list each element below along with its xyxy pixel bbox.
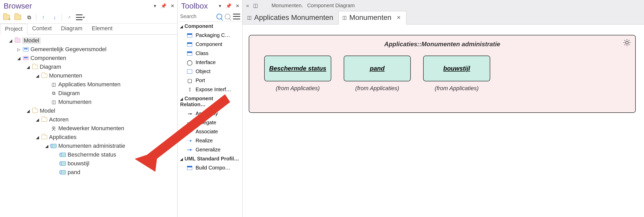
toolbox-search: Search — [178, 11, 242, 22]
tree-item-diagram1[interactable]: ◢Diagram — [2, 63, 177, 71]
toolbox-item-object[interactable]: Object — [178, 67, 242, 76]
toolbox-item-packaging[interactable]: Packaging C… — [178, 31, 242, 40]
tree-item-gegevensmodel[interactable]: ▷Gemeentelijk Gegevensmodel — [2, 45, 177, 54]
search-icon[interactable] — [216, 14, 222, 19]
tree-item-applicaties[interactable]: ◢Applicaties — [2, 133, 177, 142]
browser-panel: Browser ▾ 📌 ✕ ⧉ ↑ ↓ ↗ ▾ Project Context … — [0, 0, 178, 217]
tree-label: Beschermde status — [68, 151, 116, 158]
move-down-button[interactable]: ↓ — [50, 13, 59, 22]
toolbox-group-uml-profile[interactable]: ◢UML Standard Profil… — [178, 154, 242, 163]
toolbox-group-relations[interactable]: ◢Component Relation… — [178, 94, 242, 109]
dropdown-icon[interactable]: ▾ — [218, 4, 222, 8]
tree-label: Model — [22, 37, 41, 44]
browser-panel-title: Browser — [4, 2, 152, 10]
tree-item-diagram-sub[interactable]: ⧉Diagram — [2, 89, 177, 98]
tab-context[interactable]: Context — [27, 24, 56, 34]
tab-project[interactable]: Project — [0, 24, 27, 35]
diagram-tab-applicaties-monumenten[interactable]: ◫ Applicaties Monumenten — [244, 11, 339, 24]
toolbox-item-build-component[interactable]: Build Compo… — [178, 163, 242, 172]
breadcrumb-part: Monumenten. — [271, 3, 303, 9]
diagram-tab-label: Monumenten — [349, 13, 391, 22]
close-icon[interactable]: ✕ — [170, 4, 175, 8]
open-folder-button[interactable] — [13, 13, 22, 22]
tree-item-monumenten-diagram[interactable]: ◫Monumenten — [2, 98, 177, 106]
dropdown-icon[interactable]: ▾ — [152, 4, 157, 8]
tab-element[interactable]: Element — [87, 24, 117, 34]
structure-button[interactable]: ⧉ — [25, 13, 34, 22]
tree-item-medewerker[interactable]: 옷Medewerker Monumenten — [2, 124, 177, 133]
component-gear-icon — [623, 38, 631, 47]
browser-tabs: Project Context Diagram Element — [0, 24, 177, 35]
toolbox-item-port[interactable]: ▢Port — [178, 76, 242, 85]
move-up-button[interactable]: ↑ — [39, 13, 48, 22]
toolbox-item-assembly[interactable]: ⊸Assembly — [178, 109, 242, 118]
browser-toolbar: ⧉ ↑ ↓ ↗ ▾ — [0, 11, 177, 24]
toolbox-group-component[interactable]: ◢Component — [178, 22, 242, 31]
tree-item-applicaties-monumenten-diagram[interactable]: ◫Applicaties Monumenten — [2, 80, 177, 89]
diagram-nav-icon[interactable]: ◫ — [253, 2, 258, 9]
breadcrumb-part: Component Diagram — [307, 3, 355, 9]
diagram-icon: ◫ — [247, 15, 252, 20]
tree-label: Model — [40, 107, 55, 114]
component-card-pand[interactable]: pand — [344, 56, 411, 81]
component-container[interactable]: Applicaties::Monumenten administratie Be… — [249, 35, 636, 113]
diagram-area: « ◫ Monumenten. Component Diagram ◫ Appl… — [243, 0, 644, 217]
component-card-bouwstijl[interactable]: bouwstijl — [423, 56, 490, 81]
component-source-label: (from Applicaties) — [276, 85, 320, 92]
tree-item-model-folder[interactable]: ◢Model — [2, 106, 177, 115]
tree-label: Diagram — [58, 90, 80, 97]
project-tree: ◢Model ▷Gemeentelijk Gegevensmodel ◢Comp… — [0, 35, 177, 178]
toolbox-item-associate[interactable]: Associate — [178, 127, 242, 136]
diagram-tabs: ◫ Applicaties Monumenten ◫ Monumenten ✕ — [243, 11, 644, 25]
component-card-beschermde-status[interactable]: Beschermde status — [264, 56, 331, 81]
toolbox-item-generalize[interactable]: Generalize — [178, 145, 242, 154]
menu-button[interactable]: ▾ — [76, 13, 85, 22]
component-container-title: Applicaties::Monumenten administratie — [256, 41, 628, 48]
toolbox-title: Toolbox — [181, 2, 218, 10]
tree-label: Gemeentelijk Gegevensmodel — [30, 46, 107, 53]
tree-item-componenten[interactable]: ◢Componenten — [2, 54, 177, 63]
pin-icon[interactable]: 📌 — [226, 4, 231, 8]
search-options-icon[interactable] — [225, 14, 230, 19]
component-source-label: (from Applicaties) — [435, 85, 479, 92]
tree-label: Monumenten — [49, 72, 82, 79]
diagram-icon: ⧉ — [51, 91, 57, 96]
tree-item-actoren[interactable]: ◢Actoren — [2, 115, 177, 124]
tree-label: Diagram — [40, 64, 61, 70]
close-tab-icon[interactable]: ✕ — [397, 14, 401, 21]
diagram-icon: ◫ — [342, 15, 347, 20]
tree-label: Monumenten administratie — [58, 143, 125, 149]
collapse-left-icon[interactable]: « — [246, 3, 249, 9]
toolbox-item-interface[interactable]: ◯Interface — [178, 58, 242, 67]
inspect-button[interactable]: ↗ — [65, 13, 73, 22]
toolbox-panel: Toolbox ▾ 📌 ✕ Search ◢Component Packagin… — [178, 0, 243, 217]
tab-diagram[interactable]: Diagram — [56, 24, 87, 34]
tree-label: Monumenten — [58, 99, 91, 105]
tree-item-pand[interactable]: pand — [2, 168, 177, 177]
tree-item-beschermde-status[interactable]: Beschermde status — [2, 150, 177, 159]
new-folder-button[interactable] — [2, 13, 11, 22]
svg-point-0 — [626, 41, 629, 44]
tree-item-bouwstijl[interactable]: bouwstijl — [2, 159, 177, 168]
component-source-label: (from Applicaties) — [355, 85, 399, 92]
toolbox-menu-button[interactable] — [233, 14, 240, 19]
tree-label: Componenten — [30, 55, 66, 61]
toolbox-item-component[interactable]: Component — [178, 40, 242, 49]
tree-item-monumenten-admin[interactable]: ◢Monumenten administratie — [2, 142, 177, 150]
pin-icon[interactable]: 📌 — [161, 4, 166, 8]
tree-label: bouwstijl — [68, 160, 89, 167]
tree-root-model[interactable]: ◢Model — [2, 36, 177, 45]
tree-item-monumenten-folder[interactable]: ◢Monumenten — [2, 71, 177, 80]
actor-icon: 옷 — [51, 126, 57, 131]
diagram-top-bar: « ◫ Monumenten. Component Diagram — [243, 0, 644, 11]
toolbox-item-realize[interactable]: Realize — [178, 136, 242, 145]
diagram-icon: ◫ — [51, 99, 57, 105]
toolbox-item-delegate[interactable]: Delegate — [178, 118, 242, 127]
toolbox-item-expose[interactable]: ⟟Expose Interf… — [178, 85, 242, 94]
toolbox-item-class[interactable]: Class — [178, 49, 242, 58]
diagram-tab-monumenten[interactable]: ◫ Monumenten ✕ — [339, 11, 406, 25]
diagram-canvas[interactable]: Applicaties::Monumenten administratie Be… — [243, 25, 644, 217]
close-icon[interactable]: ✕ — [235, 4, 240, 8]
diagram-icon: ◫ — [51, 82, 57, 87]
tree-label: Applicaties Monumenten — [58, 81, 120, 88]
